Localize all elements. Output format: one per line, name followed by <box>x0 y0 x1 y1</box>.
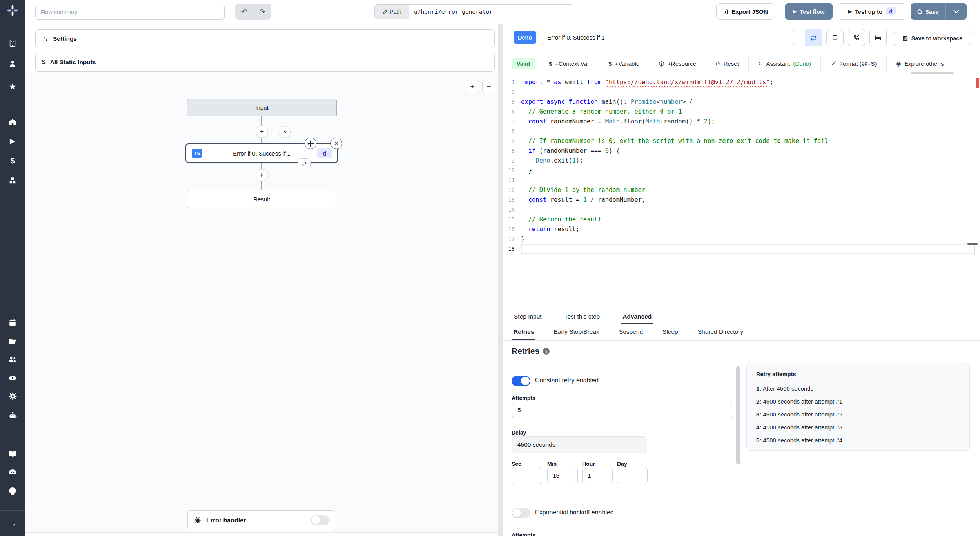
tab-step-input[interactable]: Step Input <box>512 310 543 324</box>
export-json-button[interactable]: Export JSON <box>716 3 774 20</box>
line-number[interactable]: 6 <box>503 127 521 136</box>
line-number[interactable]: 7 <box>503 136 521 146</box>
move-step-handle[interactable] <box>305 138 316 149</box>
line-number[interactable]: 11 <box>503 176 521 185</box>
code-line[interactable]: 7 // If randomNumber is 0, exit the scri… <box>503 136 980 146</box>
user-icon[interactable] <box>0 58 25 70</box>
min-input[interactable] <box>547 467 578 484</box>
attempts-input[interactable] <box>512 402 732 418</box>
sec-input[interactable] <box>512 467 542 484</box>
subtab-sleep[interactable]: Sleep <box>661 324 679 340</box>
code-line[interactable]: 14 <box>503 205 980 215</box>
subtab-suspend[interactable]: Suspend <box>618 324 644 340</box>
subtab-retries[interactable]: Retries <box>512 324 535 340</box>
docs-book-icon[interactable] <box>0 448 25 460</box>
line-number[interactable]: 10 <box>503 166 521 176</box>
folders-icon[interactable] <box>0 335 25 347</box>
add-context-var-button[interactable]: $ +Context Var <box>539 57 599 71</box>
delete-step-button[interactable]: × <box>330 138 342 149</box>
audit-eye-icon[interactable] <box>0 372 25 384</box>
schedules-calendar-icon[interactable] <box>0 317 25 328</box>
groups-users-gear-icon[interactable] <box>0 353 25 365</box>
windmill-logo-icon[interactable] <box>0 5 25 16</box>
assistant-button[interactable]: ↻ Assistant (Deno) <box>748 57 820 71</box>
line-number[interactable]: 18 <box>503 244 521 254</box>
result-node[interactable]: Result <box>187 190 336 208</box>
tab-advanced[interactable]: Advanced <box>621 310 653 324</box>
line-number[interactable]: 8 <box>503 146 521 156</box>
flow-summary-input[interactable] <box>35 5 225 20</box>
info-icon[interactable]: i <box>543 348 550 355</box>
add-resource-button[interactable]: +Resource <box>649 57 706 71</box>
flow-settings-button[interactable]: Settings <box>35 29 495 48</box>
code-line[interactable]: 6 <box>503 127 980 136</box>
day-input[interactable] <box>617 467 648 484</box>
line-number[interactable]: 12 <box>503 185 521 195</box>
runs-play-icon[interactable]: ▶ <box>0 135 25 147</box>
retries-scrollbar-thumb[interactable] <box>736 366 740 464</box>
code-line[interactable]: 5 const randomNumber = Math.floor(Math.r… <box>503 117 980 127</box>
undo-icon[interactable]: ↶ <box>235 4 253 20</box>
panel-resize-gutter[interactable] <box>498 24 503 536</box>
trigger-bolt-button[interactable] <box>279 126 291 138</box>
resources-cubes-icon[interactable] <box>0 175 25 187</box>
code-line[interactable]: 11 <box>503 176 980 185</box>
add-step-button[interactable]: + <box>256 125 268 138</box>
add-variable-button[interactable]: $ +Variable <box>599 57 649 71</box>
hour-input[interactable] <box>582 467 613 484</box>
exponential-backoff-toggle[interactable] <box>512 508 530 518</box>
explore-scripts-button[interactable]: ◉ Explore other s <box>886 57 953 71</box>
sleep-quick-button[interactable] <box>869 29 887 46</box>
error-handler-toggle[interactable] <box>311 515 330 525</box>
github-icon[interactable] <box>0 485 25 497</box>
home-icon[interactable] <box>0 116 25 128</box>
line-number[interactable]: 9 <box>503 156 521 166</box>
suspend-quick-button[interactable] <box>848 29 865 46</box>
constant-retry-toggle[interactable] <box>512 376 530 386</box>
code-line[interactable]: 3export async function main(): Promise<n… <box>503 97 980 107</box>
code-line[interactable]: 12 // Divide 1 by the random number <box>503 185 980 195</box>
early-stop-quick-button[interactable] <box>826 29 844 46</box>
code-editor[interactable]: 1import * as wmill from "https://deno.la… <box>503 74 980 310</box>
zoom-in-button[interactable]: + <box>466 80 479 93</box>
line-number[interactable]: 13 <box>503 195 521 205</box>
redo-icon[interactable]: ↷ <box>253 4 271 20</box>
discord-icon[interactable] <box>0 466 25 478</box>
line-number[interactable]: 1 <box>503 78 521 87</box>
line-number[interactable]: 16 <box>503 225 521 234</box>
add-step-button[interactable]: + <box>256 169 268 181</box>
error-handler-box[interactable]: Error handler <box>187 510 336 530</box>
settings-gear-icon[interactable] <box>0 390 25 402</box>
code-line[interactable]: 17} <box>503 234 980 244</box>
test-up-to-button[interactable]: ▶ Test up to d <box>838 3 906 20</box>
save-to-workspace-button[interactable]: Save to workspace <box>894 31 971 46</box>
code-line[interactable]: 9 Deno.exit(1); <box>503 156 980 166</box>
step-name-input[interactable] <box>542 30 795 45</box>
subtab-shared-directory[interactable]: Shared Directory <box>697 324 744 340</box>
line-number[interactable]: 3 <box>503 97 521 107</box>
code-line[interactable]: 16 return result; <box>503 225 980 234</box>
code-line[interactable]: 2 <box>503 87 980 97</box>
line-number[interactable]: 17 <box>503 234 521 244</box>
save-button[interactable]: Save <box>911 3 945 20</box>
line-number[interactable]: 2 <box>503 87 521 97</box>
retry-indicator-badge[interactable]: ⇄ <box>298 158 311 169</box>
save-dropdown-button[interactable] <box>945 3 967 20</box>
path-value[interactable]: u/henri/error_generator <box>409 5 573 19</box>
subtab-early-stop[interactable]: Early Stop/Break <box>553 324 601 340</box>
line-number[interactable]: 4 <box>503 107 521 117</box>
all-static-inputs-button[interactable]: $ All Static Inputs <box>35 53 495 72</box>
line-number[interactable]: 15 <box>503 215 521 225</box>
tab-test-this-step[interactable]: Test this step <box>563 310 601 324</box>
code-line[interactable]: 15 // Return the result <box>503 215 980 225</box>
expand-sidebar-arrow-icon[interactable]: → <box>0 517 25 529</box>
test-flow-button[interactable]: ▶ Test flow <box>785 3 833 20</box>
zoom-out-button[interactable]: − <box>482 80 495 93</box>
line-number[interactable]: 14 <box>503 205 521 215</box>
editor-scrollbar-thumb[interactable] <box>967 243 978 245</box>
reset-button[interactable]: ↺ Reset <box>706 57 748 71</box>
ai-robot-icon[interactable] <box>0 409 25 421</box>
flow-canvas[interactable]: + − Input + TS Error if 0, Success if 1 … <box>25 72 498 533</box>
delay-input[interactable] <box>512 436 647 453</box>
code-line[interactable]: 4 // Generate a random number, either 0 … <box>503 107 980 117</box>
